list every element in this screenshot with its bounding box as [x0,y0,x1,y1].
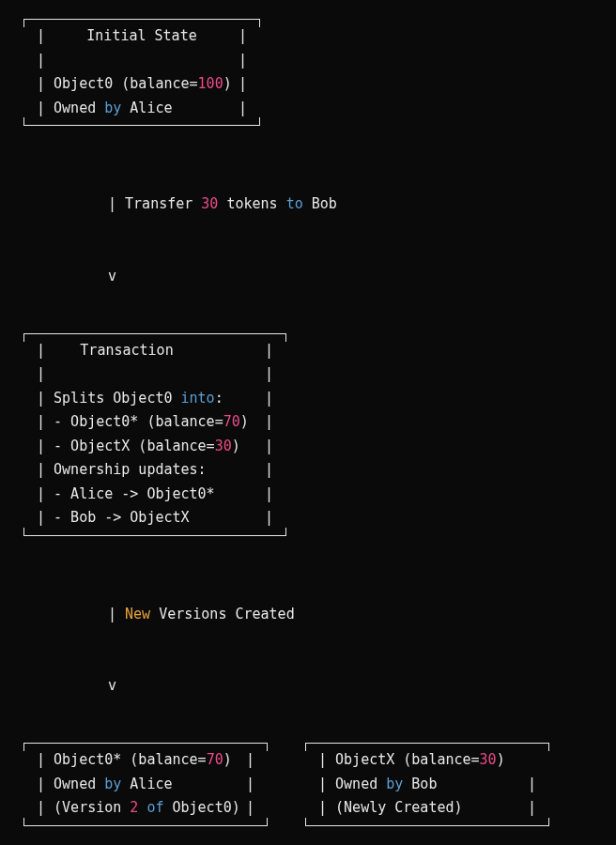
objectx-box: ObjectX (balance=30) Owned by Bob (Newly… [305,743,549,826]
transaction-box: Transaction Splits Object0 into: - Objec… [23,333,286,536]
arrow-versions: | New Versions Created v [23,536,593,744]
initial-state-box: Initial State Object0 (balance=100) Owne… [23,19,260,126]
box2-title: Transaction [80,339,229,363]
box1-title: Initial State [86,24,196,49]
result-row: Object0* (balance=70) Owned by Alice (Ve… [23,743,593,826]
arrow-transfer: | Transfer 30 tokens to Bob v [23,126,593,333]
object0-star-box: Object0* (balance=70) Owned by Alice (Ve… [23,743,268,826]
